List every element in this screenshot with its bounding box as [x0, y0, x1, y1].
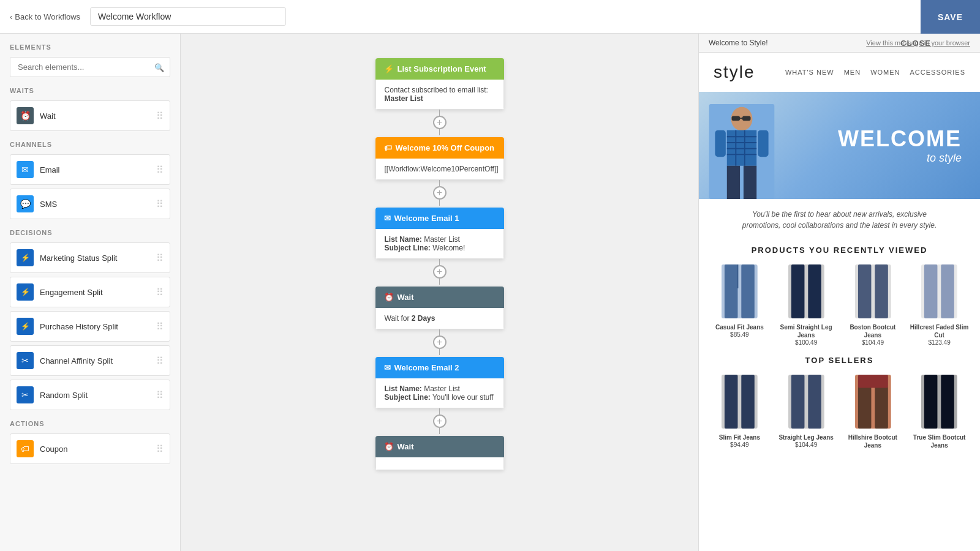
save-button[interactable]: SAVE [921, 0, 980, 34]
drag-handle[interactable]: ⠿ [156, 443, 164, 455]
node-header-label: Wait [398, 442, 414, 451]
node-header-label: Welcome 10% Off Coupon [396, 143, 495, 152]
svg-rect-25 [875, 264, 888, 318]
recently-viewed-title: PRODUCTS YOU RECENTLY VIEWED [699, 241, 980, 260]
waits-section-title: WAITS [10, 87, 170, 94]
preview-close-button[interactable]: CLOSE [900, 39, 931, 48]
svg-rect-27 [924, 264, 938, 318]
coupon-element[interactable]: 🏷 Coupon ⠿ [10, 433, 170, 464]
add-node-button-1[interactable]: + [433, 116, 447, 129]
node-body-line1: Wait for 2 Days [385, 314, 435, 323]
drag-handle[interactable]: ⠿ [156, 110, 164, 122]
svg-rect-21 [791, 264, 805, 318]
svg-rect-33 [791, 375, 805, 429]
node-body-line1: List Name: Master List [385, 235, 460, 244]
brand-nav: WHAT'S NEW MEN WOMEN ACCESSORIES [785, 69, 965, 76]
marketing-split-label: Marketing Status Split [40, 253, 117, 263]
back-to-workflows-link[interactable]: ‹ Back to Workflows [10, 12, 80, 21]
node-icon: ✉ [384, 214, 391, 223]
product-image [775, 375, 837, 429]
drag-handle[interactable]: ⠿ [156, 164, 164, 176]
wait-element[interactable]: ⏰ Wait ⠿ [10, 100, 170, 131]
workflow-name-input[interactable] [90, 7, 286, 26]
engagement-split-icon: ⚡ [17, 283, 34, 301]
workflow-canvas[interactable]: ⚡ List Subscription Event Contact subscr… [181, 34, 698, 551]
product-item: Boston Bootcut Jeans $104.49 [842, 264, 904, 346]
product-image [842, 375, 904, 429]
node-header-label: Welcome Email 2 [394, 363, 459, 372]
search-input[interactable] [10, 57, 170, 77]
product-item: Slim Fit Jeans $94.49 [709, 375, 771, 449]
email-label: Email [40, 165, 60, 174]
node-header-label: List Subscription Event [398, 64, 486, 73]
svg-rect-15 [758, 130, 768, 157]
product-name: Hillcrest Faded Slim Cut [908, 323, 970, 339]
svg-rect-12 [727, 166, 740, 199]
list-subscription-node[interactable]: ⚡ List Subscription Event Contact subscr… [375, 58, 504, 110]
channel-affinity-split-element[interactable]: ✂ Channel Affinity Split ⠿ [10, 345, 170, 376]
node-body-line2: Subject Line: Welcome! [385, 244, 466, 252]
add-node-button-2[interactable]: + [433, 186, 447, 200]
nav-accessories: ACCESSORIES [910, 69, 965, 76]
sidebar: ELEMENTS 🔍 WAITS ⏰ Wait ⠿ CHANNELS ✉ Ema… [0, 34, 181, 551]
product-item: Casual Fit Jeans $85.49 [709, 264, 771, 346]
decisions-section-title: DECISIONS [10, 229, 170, 236]
svg-rect-36 [858, 387, 871, 429]
purchase-split-label: Purchase History Split [40, 322, 118, 331]
drag-handle[interactable]: ⠿ [156, 355, 164, 367]
add-node-button-4[interactable]: + [433, 335, 447, 349]
drag-handle[interactable]: ⠿ [156, 198, 164, 210]
svg-rect-14 [715, 130, 725, 157]
marketing-split-icon: ⚡ [17, 249, 34, 266]
coupon-node[interactable]: 🏷 Welcome 10% Off Coupon [[Workflow:Welc… [375, 137, 504, 180]
drag-handle[interactable]: ⠿ [156, 321, 164, 332]
node-body-line1: Contact subscribed to email list: [385, 86, 488, 94]
drag-handle[interactable]: ⠿ [156, 389, 164, 401]
svg-rect-41 [941, 375, 955, 429]
welcome-email-1-node[interactable]: ✉ Welcome Email 1 List Name: Master List… [375, 208, 504, 259]
drag-handle[interactable]: ⠿ [156, 287, 164, 298]
add-node-button-3[interactable]: + [433, 265, 447, 279]
sms-element[interactable]: 💬 SMS ⠿ [10, 189, 170, 219]
top-sellers-title: TOP SELLERS [699, 351, 980, 370]
random-split-icon: ✂ [17, 386, 34, 403]
svg-rect-24 [858, 264, 871, 318]
welcome-email-2-node[interactable]: ✉ Welcome Email 2 List Name: Master List… [375, 357, 504, 408]
svg-rect-37 [875, 387, 888, 429]
brand-logo: style [714, 62, 755, 82]
purchase-history-split-element[interactable]: ⚡ Purchase History Split ⠿ [10, 311, 170, 342]
engagement-split-element[interactable]: ⚡ Engagement Split ⠿ [10, 277, 170, 307]
coupon-icon: 🏷 [17, 440, 34, 457]
search-box: 🔍 [10, 57, 170, 77]
drag-handle[interactable]: ⠿ [156, 252, 164, 264]
product-item: Hillcrest Faded Slim Cut $123.49 [908, 264, 970, 346]
marketing-status-split-element[interactable]: ⚡ Marketing Status Split ⠿ [10, 242, 170, 273]
product-image [908, 264, 970, 318]
wait-label: Wait [40, 111, 56, 121]
add-node-button-5[interactable]: + [433, 414, 447, 428]
engagement-split-label: Engagement Split [40, 288, 103, 297]
product-price: $94.49 [709, 441, 771, 448]
connector-1: + [433, 110, 447, 137]
product-image [709, 375, 771, 429]
product-name: Straight Leg Jeans [775, 433, 837, 441]
product-price: $100.49 [775, 339, 837, 346]
product-item: True Slim Bootcut Jeans [908, 375, 970, 449]
wait-1-node[interactable]: ⏰ Wait Wait for 2 Days [375, 287, 504, 329]
random-split-element[interactable]: ✂ Random Split ⠿ [10, 380, 170, 410]
wait-2-node[interactable]: ⏰ Wait [375, 436, 504, 470]
hero-title: WELCOME [838, 126, 962, 152]
product-item: Semi Straight Leg Jeans $100.49 [775, 264, 837, 346]
svg-rect-17 [725, 264, 738, 318]
elements-section-title: ELEMENTS [10, 43, 170, 51]
preview-email-subject: Welcome to Style! [709, 39, 767, 47]
nav-women: WOMEN [870, 69, 900, 76]
email-preview-panel: Welcome to Style! View this message in y… [698, 34, 980, 551]
sms-label: SMS [40, 200, 57, 209]
email-element[interactable]: ✉ Email ⠿ [10, 154, 170, 185]
connector-5: + [433, 408, 447, 436]
node-icon: ✉ [384, 363, 391, 372]
product-name: Boston Bootcut Jeans [842, 323, 904, 339]
product-item: Hillshire Bootcut Jeans [842, 375, 904, 449]
node-body-bold: Master List [385, 94, 423, 103]
